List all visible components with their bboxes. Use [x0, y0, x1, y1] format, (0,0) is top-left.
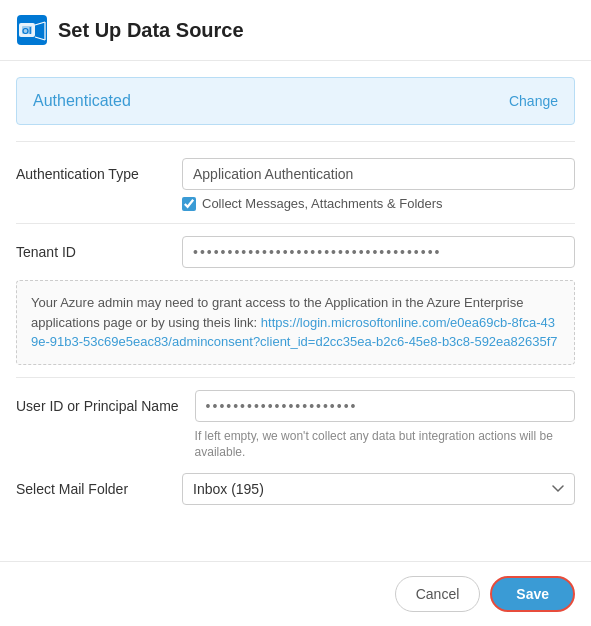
- user-id-label: User ID or Principal Name: [16, 390, 179, 414]
- form-section: Authentication Type Collect Messages, At…: [16, 158, 575, 505]
- user-id-input[interactable]: [195, 390, 575, 422]
- tenant-id-label: Tenant ID: [16, 236, 166, 260]
- page: Ol Set Up Data Source Authenticated Chan…: [0, 0, 591, 626]
- user-id-controls: If left empty, we won't collect any data…: [195, 390, 575, 462]
- authenticated-bar: Authenticated Change: [16, 77, 575, 125]
- change-button[interactable]: Change: [509, 93, 558, 109]
- outlook-logo-icon: Ol: [16, 14, 48, 46]
- auth-type-label: Authentication Type: [16, 158, 166, 182]
- auth-type-row: Authentication Type Collect Messages, At…: [16, 158, 575, 211]
- mail-folder-controls: Inbox (195) Sent Items Drafts Deleted It…: [182, 473, 575, 505]
- divider-2: [16, 223, 575, 224]
- mail-folder-select[interactable]: Inbox (195) Sent Items Drafts Deleted It…: [182, 473, 575, 505]
- mail-folder-row: Select Mail Folder Inbox (195) Sent Item…: [16, 473, 575, 505]
- cancel-button[interactable]: Cancel: [395, 576, 481, 612]
- main-content: Authenticated Change Authentication Type…: [0, 61, 591, 561]
- svg-text:Ol: Ol: [22, 26, 32, 36]
- auth-type-input[interactable]: [182, 158, 575, 190]
- user-id-row: User ID or Principal Name If left empty,…: [16, 390, 575, 462]
- info-box: Your Azure admin may need to grant acces…: [16, 280, 575, 365]
- mail-folder-label: Select Mail Folder: [16, 473, 166, 497]
- save-button[interactable]: Save: [490, 576, 575, 612]
- tenant-id-row: Tenant ID: [16, 236, 575, 268]
- user-id-helper: If left empty, we won't collect any data…: [195, 428, 575, 462]
- tenant-id-controls: [182, 236, 575, 268]
- authenticated-label: Authenticated: [33, 92, 131, 110]
- divider-3: [16, 377, 575, 378]
- collect-checkbox[interactable]: [182, 197, 196, 211]
- checkbox-row: Collect Messages, Attachments & Folders: [182, 196, 575, 211]
- auth-type-controls: Collect Messages, Attachments & Folders: [182, 158, 575, 211]
- footer: Cancel Save: [0, 561, 591, 626]
- tenant-id-input[interactable]: [182, 236, 575, 268]
- divider-1: [16, 141, 575, 142]
- collect-checkbox-label: Collect Messages, Attachments & Folders: [202, 196, 443, 211]
- header: Ol Set Up Data Source: [0, 0, 591, 61]
- page-title: Set Up Data Source: [58, 19, 244, 42]
